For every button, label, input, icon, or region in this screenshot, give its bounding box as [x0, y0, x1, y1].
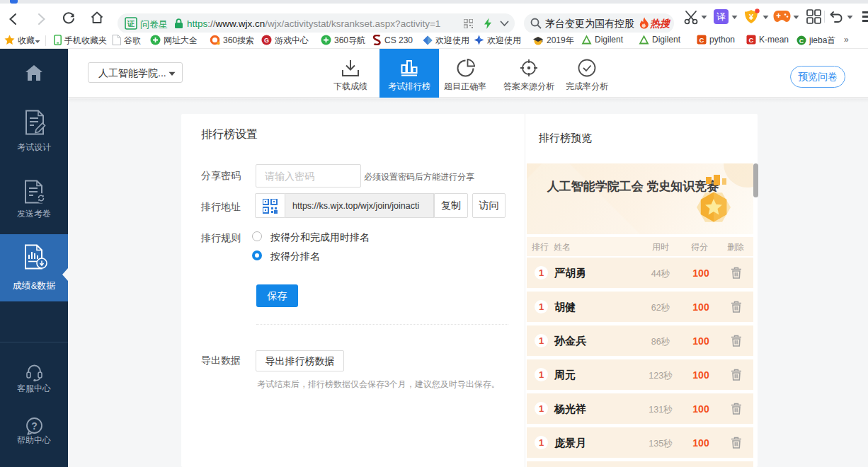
svg-text:证: 证 — [127, 20, 135, 28]
svg-text:G: G — [264, 37, 269, 44]
svg-text:C: C — [699, 36, 704, 44]
svg-text:?: ? — [31, 420, 38, 432]
svg-text:¥: ¥ — [749, 13, 754, 21]
svg-text:C: C — [749, 36, 754, 44]
svg-text:C: C — [799, 38, 804, 45]
